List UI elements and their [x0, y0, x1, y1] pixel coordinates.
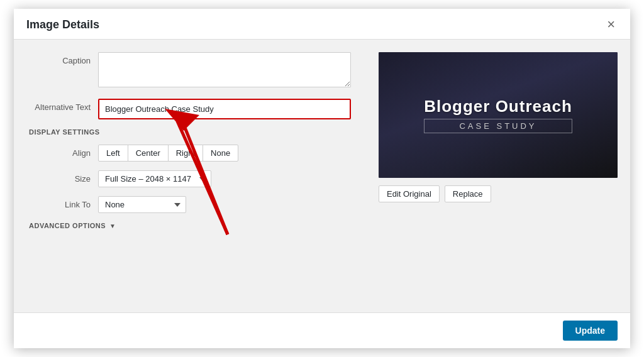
image-title-line2: CASE STUDY: [424, 119, 572, 133]
caption-input-wrap: [98, 52, 351, 90]
align-left-button[interactable]: Left: [98, 145, 128, 162]
alt-text-label: Alternative Text: [29, 99, 98, 112]
replace-button[interactable]: Replace: [445, 185, 491, 202]
display-settings-label: DISPLAY SETTINGS: [29, 128, 351, 136]
align-label: Align: [29, 148, 98, 158]
align-row: Align Left Center Right None: [29, 145, 351, 162]
align-right-button[interactable]: Right: [168, 145, 203, 162]
modal-body: Caption Alternative Text DISPLAY SETTING…: [14, 40, 630, 312]
image-action-buttons: Edit Original Replace: [379, 185, 491, 202]
modal-title: Image Details: [26, 18, 99, 31]
image-details-modal: Image Details × Caption Alternative Text: [14, 9, 630, 348]
size-row: Size Full Size – 2048 × 1147 Large – 102…: [29, 170, 351, 187]
image-preview: Blogger Outreach CASE STUDY: [379, 52, 618, 178]
align-none-button[interactable]: None: [203, 145, 238, 162]
advanced-options-label: ADVANCED OPTIONS: [29, 222, 106, 229]
alt-text-row: Alternative Text: [29, 99, 351, 119]
right-panel: Blogger Outreach CASE STUDY Edit Origina…: [366, 40, 630, 312]
link-row: Link To None Media File Attachment Page …: [29, 196, 351, 213]
advanced-options-toggle[interactable]: ADVANCED OPTIONS ▼: [29, 222, 351, 229]
link-to-select[interactable]: None Media File Attachment Page Custom U…: [98, 196, 186, 213]
size-label: Size: [29, 174, 98, 184]
align-buttons: Left Center Right None: [98, 145, 238, 162]
image-text-overlay: Blogger Outreach CASE STUDY: [424, 97, 572, 133]
link-to-label: Link To: [29, 200, 98, 209]
modal-footer: Update: [14, 312, 630, 348]
left-panel: Caption Alternative Text DISPLAY SETTING…: [14, 40, 366, 312]
alt-text-input[interactable]: [101, 102, 348, 116]
modal-header: Image Details ×: [14, 9, 630, 40]
edit-original-button[interactable]: Edit Original: [379, 185, 440, 202]
caption-input[interactable]: [98, 52, 351, 87]
align-center-button[interactable]: Center: [128, 145, 169, 162]
size-select[interactable]: Full Size – 2048 × 1147 Large – 1024 × 5…: [98, 170, 211, 187]
caption-row: Caption: [29, 52, 351, 90]
advanced-options-arrow-icon: ▼: [109, 222, 116, 229]
update-button[interactable]: Update: [563, 321, 618, 341]
image-title-line1: Blogger Outreach: [424, 97, 572, 116]
close-button[interactable]: ×: [604, 18, 618, 31]
alt-text-input-wrap: [98, 99, 351, 119]
caption-label: Caption: [29, 52, 98, 65]
alt-text-highlight-box: [98, 99, 351, 119]
